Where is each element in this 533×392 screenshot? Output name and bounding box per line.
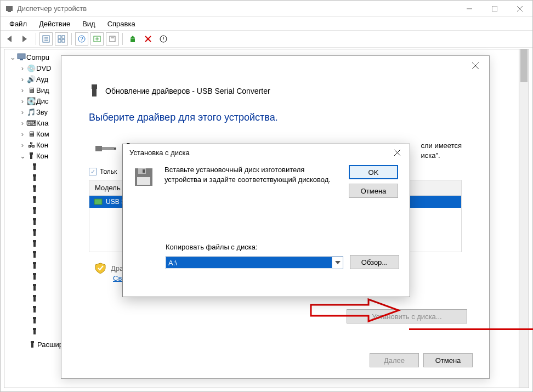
- help-icon[interactable]: ?: [75, 32, 88, 46]
- svg-rect-42: [33, 242, 36, 247]
- chevron-right-icon[interactable]: ›: [19, 86, 26, 94]
- path-input[interactable]: [166, 257, 332, 268]
- chevron-right-icon[interactable]: ›: [19, 119, 26, 127]
- usb-plug-icon: [30, 229, 39, 236]
- minimize-button[interactable]: [457, 1, 482, 17]
- properties-icon[interactable]: [106, 32, 119, 46]
- svg-rect-17: [110, 36, 115, 42]
- app-icon: [5, 4, 14, 13]
- menu-help[interactable]: Справка: [102, 19, 141, 29]
- usb-device-icon: [89, 83, 100, 99]
- usb-plug-icon: [30, 316, 39, 324]
- chevron-down-icon[interactable]: ⌄: [19, 152, 26, 160]
- chevron-right-icon[interactable]: ›: [19, 64, 26, 72]
- svg-rect-1: [8, 11, 11, 12]
- disk-dialog-titlebar: Установка с диска: [123, 144, 410, 161]
- update-driver-icon[interactable]: [126, 32, 139, 46]
- dropdown-icon[interactable]: [332, 257, 343, 269]
- menu-file[interactable]: Файл: [4, 19, 32, 29]
- scrollbar-thumb[interactable]: [520, 49, 528, 82]
- svg-rect-56: [33, 319, 36, 323]
- window-controls: [457, 1, 532, 17]
- dvd-icon: 💿: [26, 64, 36, 72]
- svg-rect-48: [33, 275, 36, 280]
- svg-rect-54: [33, 308, 36, 313]
- ok-button[interactable]: OK: [349, 165, 398, 179]
- disk-dialog-message: Вставьте установочный диск изготовителя …: [165, 165, 340, 185]
- chevron-down-icon[interactable]: ⌄: [9, 53, 16, 61]
- usb-plug-icon: [30, 185, 39, 192]
- svg-rect-25: [30, 152, 33, 155]
- close-icon[interactable]: [467, 59, 484, 72]
- vertical-scrollbar[interactable]: [519, 49, 529, 388]
- install-from-disk-dialog: Установка с диска Вставьте установочный …: [122, 144, 410, 297]
- svg-rect-3: [492, 6, 497, 12]
- titlebar: Диспетчер устройств: [1, 1, 532, 17]
- svg-rect-45: [33, 262, 36, 264]
- svg-rect-59: [31, 341, 34, 343]
- cancel-button[interactable]: Отмена: [349, 184, 398, 198]
- svg-rect-34: [33, 198, 36, 203]
- menu-view[interactable]: Вид: [77, 19, 101, 29]
- install-from-disk-button[interactable]: Установить с диска...: [347, 309, 467, 323]
- usb-plug-icon: [30, 207, 39, 214]
- svg-rect-33: [33, 196, 36, 198]
- chevron-right-icon[interactable]: ›: [19, 130, 26, 138]
- usb-plug-icon: [30, 294, 39, 302]
- svg-rect-73: [137, 177, 150, 185]
- svg-rect-55: [33, 317, 36, 319]
- uninstall-icon[interactable]: [141, 32, 155, 46]
- compatible-label: Тольк: [100, 168, 117, 175]
- svg-rect-65: [95, 146, 102, 151]
- dialog-heading: Выберите драйвер для этого устройства.: [61, 104, 489, 127]
- close-icon[interactable]: [389, 146, 405, 159]
- svg-rect-47: [33, 273, 36, 275]
- usb-icon: [26, 152, 36, 160]
- svg-rect-49: [33, 284, 36, 286]
- computer-icon: 🖥: [26, 130, 36, 138]
- checkbox-icon[interactable]: ✓: [89, 168, 97, 175]
- titlebar-left: Диспетчер устройств: [5, 4, 87, 13]
- svg-rect-46: [33, 264, 36, 269]
- driver-icon: [94, 198, 103, 206]
- chevron-right-icon[interactable]: ›: [19, 141, 26, 149]
- grid-view-icon[interactable]: [55, 32, 68, 46]
- forward-icon[interactable]: [19, 32, 32, 46]
- svg-rect-32: [33, 188, 36, 192]
- usb-plug-icon: [30, 305, 39, 313]
- browse-button[interactable]: Обзор...: [350, 255, 399, 269]
- controller-icon: 🖧: [26, 141, 36, 149]
- disable-icon[interactable]: [157, 32, 170, 46]
- back-icon[interactable]: [4, 32, 17, 46]
- menu-action[interactable]: Действие: [33, 19, 76, 29]
- close-button[interactable]: [507, 1, 532, 17]
- usb-plug-icon: [30, 251, 39, 258]
- svg-rect-35: [33, 207, 36, 209]
- toolbar: ?: [1, 30, 532, 48]
- chevron-right-icon[interactable]: ›: [19, 75, 26, 83]
- usb-plug-icon: [30, 327, 39, 335]
- svg-rect-39: [33, 229, 36, 231]
- svg-rect-37: [33, 218, 36, 220]
- svg-rect-58: [33, 330, 36, 334]
- svg-rect-23: [18, 54, 25, 59]
- annotation-underline: [409, 328, 533, 330]
- svg-rect-74: [143, 169, 145, 173]
- chevron-right-icon[interactable]: ›: [19, 108, 26, 116]
- window-title: Диспетчер устройств: [17, 4, 87, 13]
- shield-icon: [94, 262, 106, 274]
- chevron-right-icon[interactable]: ›: [19, 97, 26, 105]
- next-button[interactable]: Далее: [370, 353, 419, 367]
- scan-icon[interactable]: [90, 32, 104, 46]
- svg-rect-67: [114, 147, 116, 150]
- svg-rect-24: [20, 59, 23, 60]
- maximize-button[interactable]: [482, 1, 507, 17]
- menubar: Файл Действие Вид Справка: [1, 17, 532, 30]
- dialog-title: Обновление драйверов - USB Serial Conver…: [105, 87, 270, 95]
- usb-plug-icon: [30, 272, 39, 280]
- path-combobox[interactable]: [166, 256, 343, 269]
- svg-text:?: ?: [80, 36, 83, 42]
- cancel-button[interactable]: Отмена: [423, 353, 473, 367]
- tree-view-icon[interactable]: [39, 32, 53, 46]
- svg-rect-31: [33, 185, 36, 188]
